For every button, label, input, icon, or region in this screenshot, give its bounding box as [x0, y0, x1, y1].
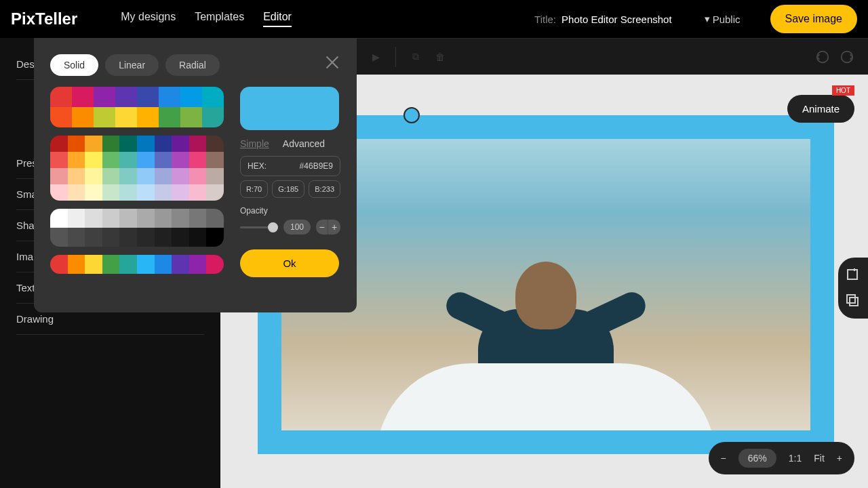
swatch[interactable]	[155, 255, 172, 274]
swatch[interactable]	[50, 209, 68, 228]
swatch[interactable]	[72, 87, 94, 107]
swatch[interactable]	[102, 136, 120, 152]
opacity-plus[interactable]: +	[328, 220, 340, 235]
swatch[interactable]	[50, 152, 68, 168]
history-redo-icon[interactable]	[840, 49, 854, 64]
swatch[interactable]	[189, 228, 207, 247]
swatch[interactable]	[155, 168, 172, 184]
swatch[interactable]	[172, 152, 189, 168]
ok-button[interactable]: Ok	[240, 249, 339, 277]
swatch[interactable]	[102, 184, 120, 201]
swatch[interactable]	[189, 152, 207, 168]
swatch[interactable]	[50, 184, 68, 201]
swatch[interactable]	[137, 152, 155, 168]
swatch[interactable]	[206, 209, 224, 228]
opacity-minus[interactable]: −	[316, 220, 328, 235]
swatch[interactable]	[137, 228, 155, 247]
swatch[interactable]	[180, 87, 202, 107]
animate-button[interactable]: Animate	[787, 95, 854, 123]
history-undo-icon[interactable]	[815, 49, 830, 64]
swatch[interactable]	[172, 255, 189, 274]
swatch[interactable]	[68, 209, 85, 228]
swatch[interactable]	[85, 184, 102, 201]
swatch[interactable]	[137, 107, 159, 127]
swatch[interactable]	[159, 107, 180, 127]
swatch[interactable]	[172, 168, 189, 184]
nav-templates[interactable]: Templates	[195, 11, 244, 27]
swatch[interactable]	[50, 136, 68, 152]
mode-simple[interactable]: Simple	[240, 138, 269, 149]
swatch[interactable]	[159, 87, 180, 107]
swatch[interactable]	[155, 228, 172, 247]
close-icon[interactable]	[324, 54, 340, 70]
swatch[interactable]	[72, 107, 94, 127]
hex-input[interactable]: HEX:#46B9E9	[240, 156, 340, 176]
flip-v-icon[interactable]: ▶	[368, 49, 383, 64]
swatch[interactable]	[189, 184, 207, 201]
b-input[interactable]: B:233	[309, 180, 340, 198]
logo[interactable]: PixTeller	[11, 9, 77, 28]
swatch[interactable]	[85, 152, 102, 168]
swatch[interactable]	[119, 228, 137, 247]
swatch[interactable]	[119, 209, 137, 228]
swatch[interactable]	[206, 255, 224, 274]
swatch[interactable]	[119, 168, 137, 184]
tab-linear[interactable]: Linear	[105, 54, 159, 76]
swatch[interactable]	[155, 184, 172, 201]
zoom-percent[interactable]: 66%	[738, 449, 776, 468]
swatch[interactable]	[206, 184, 224, 201]
swatch[interactable]	[206, 168, 224, 184]
nav-editor[interactable]: Editor	[263, 11, 292, 27]
swatch[interactable]	[68, 184, 85, 201]
swatch[interactable]	[155, 136, 172, 152]
opacity-slider[interactable]	[240, 226, 278, 228]
duplicate-icon[interactable]: ⧉	[408, 49, 423, 64]
swatch[interactable]	[189, 209, 207, 228]
canvas-image[interactable]	[281, 139, 810, 430]
swatch[interactable]	[172, 184, 189, 201]
tab-radial[interactable]: Radial	[165, 54, 220, 76]
swatch[interactable]	[102, 228, 120, 247]
swatch[interactable]	[68, 152, 85, 168]
swatch[interactable]	[202, 87, 224, 107]
swatch[interactable]	[137, 136, 155, 152]
swatch[interactable]	[85, 228, 102, 247]
swatch[interactable]	[137, 255, 155, 274]
swatch[interactable]	[50, 168, 68, 184]
swatch[interactable]	[119, 255, 137, 274]
swatch[interactable]	[85, 255, 102, 274]
swatch[interactable]	[68, 136, 85, 152]
swatch[interactable]	[85, 168, 102, 184]
swatch[interactable]	[206, 136, 224, 152]
swatch[interactable]	[115, 87, 137, 107]
swatch[interactable]	[119, 152, 137, 168]
swatch[interactable]	[172, 209, 189, 228]
swatch[interactable]	[172, 136, 189, 152]
swatch[interactable]	[85, 209, 102, 228]
add-layer-icon[interactable]	[845, 267, 861, 283]
tab-solid[interactable]: Solid	[50, 54, 98, 76]
swatch[interactable]	[189, 168, 207, 184]
swatch[interactable]	[102, 152, 120, 168]
g-input[interactable]: G:185	[272, 180, 304, 198]
swatch[interactable]	[102, 209, 120, 228]
swatch[interactable]	[189, 136, 207, 152]
visibility-toggle[interactable]: ▾ Public	[705, 13, 741, 25]
swatch[interactable]	[180, 107, 202, 127]
delete-icon[interactable]: 🗑	[433, 49, 448, 64]
swatch[interactable]	[119, 136, 137, 152]
opacity-value[interactable]: 100	[283, 220, 311, 235]
swatch[interactable]	[119, 184, 137, 201]
swatch[interactable]	[68, 168, 85, 184]
copy-layer-icon[interactable]	[845, 293, 861, 309]
swatch[interactable]	[94, 107, 115, 127]
swatch[interactable]	[137, 209, 155, 228]
swatch[interactable]	[50, 255, 68, 274]
swatch[interactable]	[206, 152, 224, 168]
swatch[interactable]	[85, 136, 102, 152]
swatch[interactable]	[137, 87, 159, 107]
swatch[interactable]	[155, 152, 172, 168]
swatch[interactable]	[68, 255, 85, 274]
swatch[interactable]	[102, 168, 120, 184]
swatch[interactable]	[202, 107, 224, 127]
